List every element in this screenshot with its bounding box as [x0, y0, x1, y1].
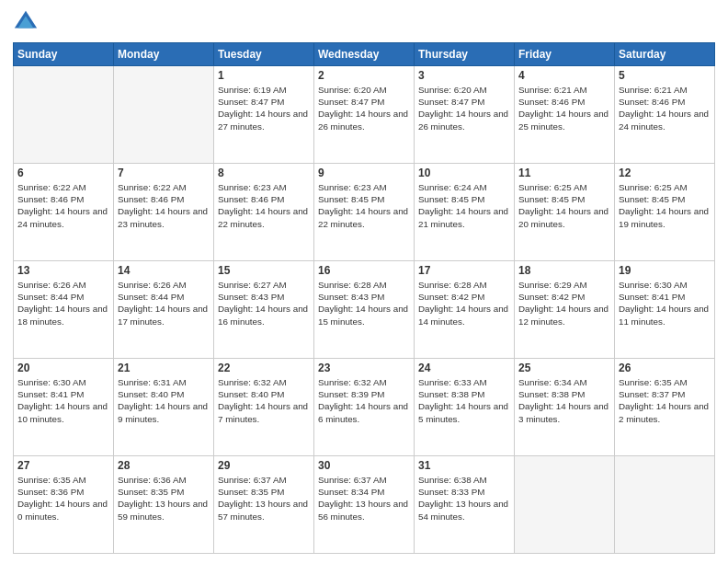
calendar-cell: 11Sunrise: 6:25 AMSunset: 8:45 PMDayligh… [515, 164, 615, 261]
day-info: Sunrise: 6:38 AMSunset: 8:33 PMDaylight:… [418, 474, 510, 523]
weekday-header-row: SundayMondayTuesdayWednesdayThursdayFrid… [14, 43, 715, 66]
day-number: 24 [418, 362, 510, 374]
weekday-header-monday: Monday [114, 43, 214, 66]
header [13, 9, 715, 35]
day-number: 21 [118, 362, 210, 374]
day-info: Sunrise: 6:31 AMSunset: 8:40 PMDaylight:… [118, 376, 210, 425]
week-row-4: 20Sunrise: 6:30 AMSunset: 8:41 PMDayligh… [14, 359, 715, 456]
day-info: Sunrise: 6:23 AMSunset: 8:46 PMDaylight:… [218, 181, 310, 230]
day-info: Sunrise: 6:27 AMSunset: 8:43 PMDaylight:… [218, 279, 310, 327]
day-info: Sunrise: 6:30 AMSunset: 8:41 PMDaylight:… [619, 279, 711, 327]
day-info: Sunrise: 6:21 AMSunset: 8:46 PMDaylight:… [518, 84, 610, 132]
calendar-cell: 8Sunrise: 6:23 AMSunset: 8:46 PMDaylight… [214, 164, 314, 261]
week-row-3: 13Sunrise: 6:26 AMSunset: 8:44 PMDayligh… [14, 261, 715, 359]
calendar-cell: 17Sunrise: 6:28 AMSunset: 8:42 PMDayligh… [415, 261, 515, 359]
day-number: 10 [418, 167, 510, 179]
calendar-cell: 5Sunrise: 6:21 AMSunset: 8:46 PMDaylight… [615, 66, 715, 164]
calendar-cell: 6Sunrise: 6:22 AMSunset: 8:46 PMDaylight… [14, 164, 114, 261]
week-row-2: 6Sunrise: 6:22 AMSunset: 8:46 PMDaylight… [14, 164, 715, 261]
week-row-1: 1Sunrise: 6:19 AMSunset: 8:47 PMDaylight… [14, 66, 715, 164]
day-info: Sunrise: 6:20 AMSunset: 8:47 PMDaylight:… [318, 84, 410, 132]
day-number: 25 [518, 362, 610, 374]
day-number: 17 [418, 264, 510, 277]
day-number: 26 [619, 362, 711, 374]
day-number: 31 [418, 459, 510, 472]
day-number: 18 [518, 264, 610, 277]
calendar-cell [615, 456, 715, 554]
calendar-cell: 24Sunrise: 6:33 AMSunset: 8:38 PMDayligh… [415, 359, 515, 456]
logo-icon [13, 9, 39, 35]
day-number: 15 [218, 264, 310, 277]
day-number: 19 [619, 264, 711, 277]
day-info: Sunrise: 6:28 AMSunset: 8:43 PMDaylight:… [318, 279, 410, 327]
calendar-cell [14, 66, 114, 164]
day-number: 29 [218, 459, 310, 472]
day-info: Sunrise: 6:33 AMSunset: 8:38 PMDaylight:… [418, 376, 510, 425]
day-info: Sunrise: 6:20 AMSunset: 8:47 PMDaylight:… [418, 84, 510, 132]
calendar-cell: 10Sunrise: 6:24 AMSunset: 8:45 PMDayligh… [415, 164, 515, 261]
page-container: SundayMondayTuesdayWednesdayThursdayFrid… [0, 0, 728, 563]
day-number: 20 [17, 362, 109, 374]
calendar-cell: 21Sunrise: 6:31 AMSunset: 8:40 PMDayligh… [114, 359, 214, 456]
calendar-cell: 1Sunrise: 6:19 AMSunset: 8:47 PMDaylight… [214, 66, 314, 164]
day-info: Sunrise: 6:29 AMSunset: 8:42 PMDaylight:… [518, 279, 610, 327]
day-number: 16 [318, 264, 410, 277]
week-row-5: 27Sunrise: 6:35 AMSunset: 8:36 PMDayligh… [14, 456, 715, 554]
day-info: Sunrise: 6:26 AMSunset: 8:44 PMDaylight:… [17, 279, 109, 327]
calendar-cell: 13Sunrise: 6:26 AMSunset: 8:44 PMDayligh… [14, 261, 114, 359]
day-number: 11 [518, 167, 610, 179]
calendar-cell: 12Sunrise: 6:25 AMSunset: 8:45 PMDayligh… [615, 164, 715, 261]
day-number: 14 [118, 264, 210, 277]
day-info: Sunrise: 6:25 AMSunset: 8:45 PMDaylight:… [518, 181, 610, 230]
calendar-cell: 7Sunrise: 6:22 AMSunset: 8:46 PMDaylight… [114, 164, 214, 261]
calendar-cell: 3Sunrise: 6:20 AMSunset: 8:47 PMDaylight… [415, 66, 515, 164]
day-number: 2 [318, 69, 410, 82]
calendar-cell: 9Sunrise: 6:23 AMSunset: 8:45 PMDaylight… [314, 164, 415, 261]
weekday-header-friday: Friday [515, 43, 615, 66]
weekday-header-tuesday: Tuesday [214, 43, 314, 66]
day-info: Sunrise: 6:37 AMSunset: 8:34 PMDaylight:… [318, 474, 410, 523]
day-info: Sunrise: 6:19 AMSunset: 8:47 PMDaylight:… [218, 84, 310, 132]
day-info: Sunrise: 6:22 AMSunset: 8:46 PMDaylight:… [118, 181, 210, 230]
calendar-cell: 19Sunrise: 6:30 AMSunset: 8:41 PMDayligh… [615, 261, 715, 359]
day-info: Sunrise: 6:22 AMSunset: 8:46 PMDaylight:… [17, 181, 109, 230]
calendar-cell: 20Sunrise: 6:30 AMSunset: 8:41 PMDayligh… [14, 359, 114, 456]
day-number: 27 [17, 459, 109, 472]
day-number: 9 [318, 167, 410, 179]
calendar-cell [114, 66, 214, 164]
calendar-cell: 23Sunrise: 6:32 AMSunset: 8:39 PMDayligh… [314, 359, 415, 456]
calendar-cell: 18Sunrise: 6:29 AMSunset: 8:42 PMDayligh… [515, 261, 615, 359]
calendar-cell: 27Sunrise: 6:35 AMSunset: 8:36 PMDayligh… [14, 456, 114, 554]
calendar-cell: 29Sunrise: 6:37 AMSunset: 8:35 PMDayligh… [214, 456, 314, 554]
day-info: Sunrise: 6:35 AMSunset: 8:37 PMDaylight:… [619, 376, 711, 425]
day-number: 28 [118, 459, 210, 472]
day-number: 6 [17, 167, 109, 179]
weekday-header-thursday: Thursday [415, 43, 515, 66]
day-number: 3 [418, 69, 510, 82]
calendar-cell: 31Sunrise: 6:38 AMSunset: 8:33 PMDayligh… [415, 456, 515, 554]
calendar-table: SundayMondayTuesdayWednesdayThursdayFrid… [13, 42, 715, 554]
calendar-cell: 4Sunrise: 6:21 AMSunset: 8:46 PMDaylight… [515, 66, 615, 164]
day-number: 30 [318, 459, 410, 472]
calendar-cell: 15Sunrise: 6:27 AMSunset: 8:43 PMDayligh… [214, 261, 314, 359]
day-number: 13 [17, 264, 109, 277]
calendar-cell: 2Sunrise: 6:20 AMSunset: 8:47 PMDaylight… [314, 66, 415, 164]
day-info: Sunrise: 6:25 AMSunset: 8:45 PMDaylight:… [619, 181, 711, 230]
day-number: 23 [318, 362, 410, 374]
day-number: 22 [218, 362, 310, 374]
day-info: Sunrise: 6:28 AMSunset: 8:42 PMDaylight:… [418, 279, 510, 327]
calendar-cell: 14Sunrise: 6:26 AMSunset: 8:44 PMDayligh… [114, 261, 214, 359]
day-info: Sunrise: 6:21 AMSunset: 8:46 PMDaylight:… [619, 84, 711, 132]
day-number: 12 [619, 167, 711, 179]
day-info: Sunrise: 6:32 AMSunset: 8:39 PMDaylight:… [318, 376, 410, 425]
weekday-header-saturday: Saturday [615, 43, 715, 66]
weekday-header-wednesday: Wednesday [314, 43, 415, 66]
day-number: 8 [218, 167, 310, 179]
day-number: 1 [218, 69, 310, 82]
day-number: 7 [118, 167, 210, 179]
calendar-cell: 28Sunrise: 6:36 AMSunset: 8:35 PMDayligh… [114, 456, 214, 554]
day-info: Sunrise: 6:30 AMSunset: 8:41 PMDaylight:… [17, 376, 109, 425]
day-number: 4 [518, 69, 610, 82]
calendar-cell: 16Sunrise: 6:28 AMSunset: 8:43 PMDayligh… [314, 261, 415, 359]
logo [13, 9, 42, 35]
